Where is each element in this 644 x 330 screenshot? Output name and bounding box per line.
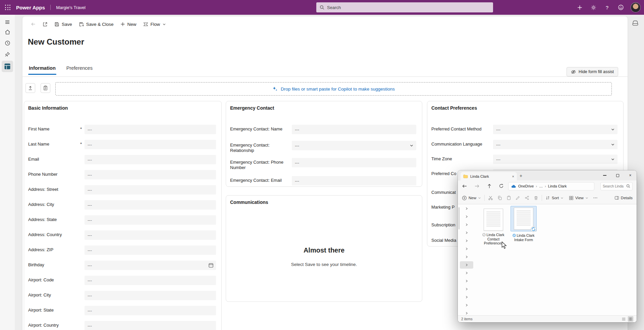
tab-preferences[interactable]: Preferences	[66, 64, 93, 72]
back-icon[interactable]	[462, 183, 467, 189]
cut-icon[interactable]	[488, 196, 493, 201]
address-bar[interactable]: OneDrive › … › Linda Clark	[508, 182, 594, 190]
more-icon[interactable]	[593, 196, 598, 200]
field-input[interactable]: ---	[85, 261, 216, 270]
tree-expander[interactable]	[460, 237, 473, 244]
field-input[interactable]: ---	[85, 321, 216, 330]
section-title: Basic Information	[28, 105, 68, 111]
flow-button[interactable]: Flow	[140, 20, 170, 29]
tree-expander[interactable]	[460, 221, 473, 228]
tree-expander[interactable]	[460, 301, 473, 309]
breadcrumb-onedrive[interactable]: OneDrive	[518, 184, 534, 188]
field-input[interactable]: ---	[292, 158, 416, 167]
field-input[interactable]: ---	[493, 155, 618, 164]
menu-icon[interactable]	[2, 17, 12, 27]
tab-close-icon[interactable]: ×	[512, 174, 514, 178]
breadcrumb-ellipsis[interactable]: …	[539, 184, 543, 188]
home-icon[interactable]	[2, 27, 12, 37]
rename-icon[interactable]	[516, 196, 520, 200]
files-pane[interactable]: Linda Clark Contact PreferencesLinda Cla…	[477, 205, 637, 315]
explorer-search-input[interactable]: Search Linda	[600, 182, 633, 190]
settings-gear-icon[interactable]	[589, 3, 597, 11]
sort-button[interactable]: Sort	[545, 196, 564, 200]
delete-icon[interactable]	[534, 196, 538, 200]
details-button[interactable]: Details	[614, 196, 633, 200]
save-button[interactable]: Save	[51, 20, 75, 29]
add-icon[interactable]	[576, 3, 584, 11]
paste-icon[interactable]	[506, 196, 511, 200]
field-input[interactable]: ---	[85, 291, 216, 300]
field-input[interactable]: ---	[85, 155, 216, 164]
field-label: Phone Number	[28, 172, 82, 177]
minimize-icon[interactable]	[598, 170, 611, 180]
field-input[interactable]: ---	[85, 125, 216, 134]
copilot-icon[interactable]	[617, 3, 625, 11]
environment-name[interactable]: Margie's Travel	[56, 5, 86, 10]
new-button[interactable]: New	[117, 20, 140, 29]
tree-expander[interactable]	[460, 253, 473, 261]
tree-expander[interactable]	[460, 285, 473, 293]
tab-information[interactable]: Information	[28, 64, 56, 72]
avatar[interactable]	[631, 2, 641, 12]
back-button[interactable]	[27, 19, 39, 29]
field-input[interactable]: ---	[85, 215, 216, 225]
tree-expander[interactable]	[460, 269, 473, 277]
tree-expander[interactable]	[460, 245, 473, 253]
form-field-row: Address: State---	[24, 215, 221, 225]
field-input[interactable]: ---	[85, 140, 216, 149]
explorer-tab[interactable]: Linda Clark ×	[461, 172, 517, 180]
waffle-icon[interactable]	[0, 0, 15, 15]
list-view-icon[interactable]	[622, 317, 626, 321]
tree-expander[interactable]	[460, 277, 473, 285]
forward-icon[interactable]	[474, 183, 480, 189]
copilot-pane-toggle-icon[interactable]	[631, 19, 640, 28]
file-tile[interactable]: Linda Clark Contact Preferences	[478, 209, 509, 245]
hide-form-fill-assist-button[interactable]: Hide form fill assist	[567, 67, 618, 76]
tree-expander[interactable]	[460, 205, 473, 212]
tree-scrollbar[interactable]	[459, 207, 460, 229]
field-input[interactable]: ---	[85, 200, 216, 210]
field-input[interactable]: ---	[85, 306, 216, 315]
smart-paste-button[interactable]	[41, 83, 50, 93]
field-input[interactable]: ---	[85, 185, 216, 195]
grid-view-icon[interactable]	[628, 316, 633, 322]
new-tab-icon[interactable]: +	[520, 173, 522, 178]
copy-icon[interactable]	[497, 196, 502, 200]
field-input[interactable]: ---	[493, 140, 618, 149]
tree-expander[interactable]	[460, 293, 473, 301]
field-input[interactable]: ---	[85, 170, 216, 179]
close-icon[interactable]: ×	[624, 170, 637, 180]
tree-expander[interactable]	[460, 229, 473, 236]
field-input[interactable]: ---	[292, 125, 416, 134]
search-input[interactable]: Search	[316, 2, 493, 12]
save-and-close-button[interactable]: Save & Close	[75, 20, 117, 29]
timeline-empty-title: Almost there	[226, 246, 422, 254]
field-input[interactable]: ---	[292, 141, 416, 150]
maximize-icon[interactable]	[611, 170, 624, 180]
explorer-titlebar[interactable]: Linda Clark × + ×	[458, 170, 637, 180]
upload-file-button[interactable]	[25, 83, 35, 93]
tree-expander[interactable]	[460, 261, 473, 269]
share-icon[interactable]	[525, 196, 529, 200]
field-input[interactable]: ---	[85, 245, 216, 255]
refresh-icon[interactable]	[499, 183, 504, 188]
app-name[interactable]: Power Apps	[16, 5, 45, 10]
field-label: Emergency Contact: Relationship	[230, 143, 292, 153]
copilot-dropzone[interactable]: Drop files or smart paste for Copilot to…	[55, 82, 612, 96]
new-item-button[interactable]: New	[462, 196, 481, 201]
tree-expander[interactable]	[460, 213, 473, 220]
pinned-icon[interactable]	[2, 49, 12, 59]
field-input[interactable]: ---	[292, 176, 416, 185]
field-input[interactable]: ---	[493, 125, 618, 134]
tree-chevron-icon	[465, 304, 468, 307]
field-input[interactable]: ---	[85, 230, 216, 240]
popout-icon[interactable]	[39, 20, 51, 29]
view-button[interactable]: View	[569, 196, 588, 200]
up-icon[interactable]	[487, 183, 492, 189]
help-icon[interactable]: ?	[603, 3, 611, 11]
recent-clock-icon[interactable]	[2, 38, 12, 48]
app-table-icon[interactable]	[2, 61, 13, 72]
breadcrumb-folder[interactable]: Linda Clark	[548, 184, 567, 188]
field-input[interactable]: ---	[85, 276, 216, 285]
file-tile[interactable]: Linda Clark Intake Form	[508, 206, 539, 242]
